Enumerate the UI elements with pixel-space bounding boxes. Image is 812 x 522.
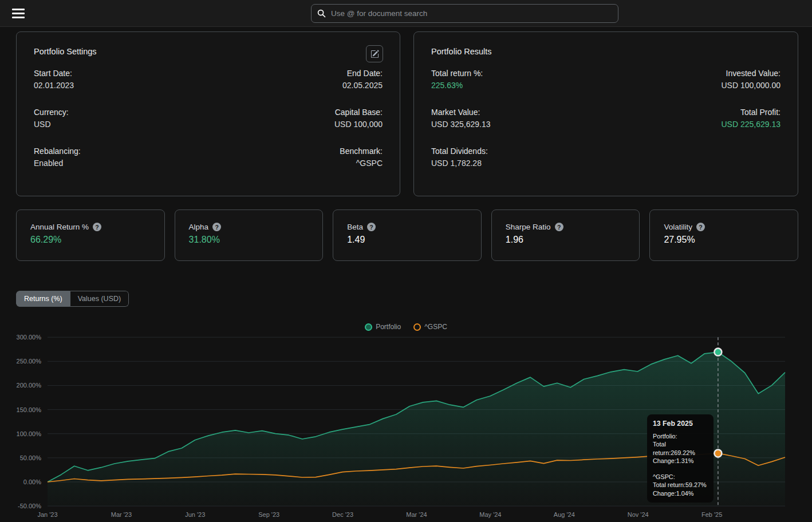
- market-value-field: Market Value: USD 325,629.13: [431, 106, 491, 130]
- results-card-title: Portfolio Results: [431, 47, 781, 56]
- metrics-row: Annual Return % ? 66.29% Alpha ? 31.80% …: [16, 209, 798, 261]
- portfolio-settings-card: Portfolio Settings Start Date: 02.01.202…: [16, 31, 400, 196]
- top-bar: [0, 0, 812, 27]
- portfolio-series-icon: [365, 323, 372, 331]
- edit-pencil-icon: [370, 50, 379, 58]
- metric-card-sharpe-ratio: Sharpe Ratio ? 1.96: [491, 209, 640, 261]
- total-profit-field: Total Profit: USD 225,629.13: [721, 106, 781, 130]
- svg-text:0.00%: 0.00%: [23, 478, 41, 485]
- svg-text:Jan '23: Jan '23: [37, 511, 57, 518]
- svg-text:300.00%: 300.00%: [17, 334, 42, 341]
- portfolio-results-card: Portfolio Results Total return %: 225.63…: [413, 31, 798, 196]
- edit-settings-button[interactable]: [366, 45, 383, 62]
- help-icon[interactable]: ?: [555, 223, 563, 231]
- returns-line-chart[interactable]: 300.00%250.00%200.00%150.00%100.00%50.00…: [0, 334, 812, 522]
- svg-text:Dec '23: Dec '23: [332, 511, 353, 518]
- legend-item-portfolio[interactable]: Portfolio: [365, 323, 401, 331]
- metric-value: 27.95%: [664, 235, 784, 245]
- capital-base-field: Capital Base: USD 100,000: [334, 106, 383, 130]
- svg-text:-50.00%: -50.00%: [18, 503, 41, 509]
- svg-text:150.00%: 150.00%: [17, 406, 42, 413]
- start-date-field: Start Date: 02.01.2023: [34, 68, 74, 92]
- tab-returns-percent[interactable]: Returns (%): [16, 291, 70, 307]
- help-icon[interactable]: ?: [212, 223, 221, 231]
- help-icon[interactable]: ?: [696, 223, 705, 231]
- svg-text:Mar '24: Mar '24: [406, 511, 427, 518]
- tab-values-usd[interactable]: Values (USD): [70, 291, 129, 307]
- svg-text:Jun '23: Jun '23: [185, 511, 205, 518]
- svg-text:May '24: May '24: [479, 511, 501, 518]
- returns-chart-section: Portfolio ^GSPC 300.00%250.00%200.00%150…: [0, 307, 812, 522]
- total-return-field: Total return %: 225.63%: [431, 68, 483, 92]
- svg-text:200.00%: 200.00%: [17, 382, 42, 389]
- metric-card-beta: Beta ? 1.49: [333, 209, 482, 261]
- invested-value-field: Invested Value: USD 100,000.00: [721, 68, 781, 92]
- svg-text:Nov '24: Nov '24: [628, 511, 649, 518]
- metric-value: 66.29%: [30, 235, 151, 245]
- currency-field: Currency: USD: [34, 106, 69, 130]
- chart-legend: Portfolio ^GSPC: [0, 323, 812, 331]
- metric-value: 1.49: [347, 235, 467, 245]
- svg-text:Feb '25: Feb '25: [701, 511, 722, 518]
- help-icon[interactable]: ?: [367, 223, 376, 231]
- svg-text:Sep '23: Sep '23: [258, 511, 279, 518]
- svg-text:Mar '23: Mar '23: [111, 511, 132, 518]
- search-icon: [317, 9, 326, 18]
- legend-item-gspc[interactable]: ^GSPC: [413, 323, 447, 331]
- metric-label: Sharpe Ratio: [506, 223, 551, 231]
- end-date-field: End Date: 02.05.2025: [342, 68, 383, 92]
- metric-label: Volatility: [664, 223, 692, 231]
- benchmark-field: Benchmark: ^GSPC: [340, 145, 383, 169]
- metric-card-annual-return: Annual Return % ? 66.29%: [16, 209, 165, 261]
- metric-label: Annual Return %: [30, 223, 89, 231]
- svg-text:100.00%: 100.00%: [17, 430, 42, 437]
- metric-value: 31.80%: [189, 235, 309, 245]
- metric-label: Alpha: [189, 223, 209, 231]
- svg-text:50.00%: 50.00%: [20, 454, 42, 461]
- document-search-box[interactable]: [311, 4, 618, 23]
- metric-value: 1.96: [506, 235, 626, 245]
- metric-label: Beta: [347, 223, 363, 231]
- svg-text:250.00%: 250.00%: [17, 358, 42, 365]
- total-dividends-field: Total Dividends: USD 1,782.28: [431, 145, 488, 169]
- metric-card-alpha: Alpha ? 31.80%: [175, 209, 324, 261]
- settings-card-title: Portfolio Settings: [34, 47, 383, 56]
- metric-card-volatility: Volatility ? 27.95%: [649, 209, 798, 261]
- chart-mode-tabs: Returns (%) Values (USD): [16, 291, 129, 307]
- rebalancing-field: Rebalancing: Enabled: [34, 145, 81, 169]
- gspc-series-icon: [413, 323, 421, 331]
- search-input[interactable]: [331, 9, 612, 18]
- hamburger-menu-icon[interactable]: [12, 9, 25, 18]
- svg-text:Aug '24: Aug '24: [554, 511, 575, 518]
- help-icon[interactable]: ?: [93, 223, 101, 231]
